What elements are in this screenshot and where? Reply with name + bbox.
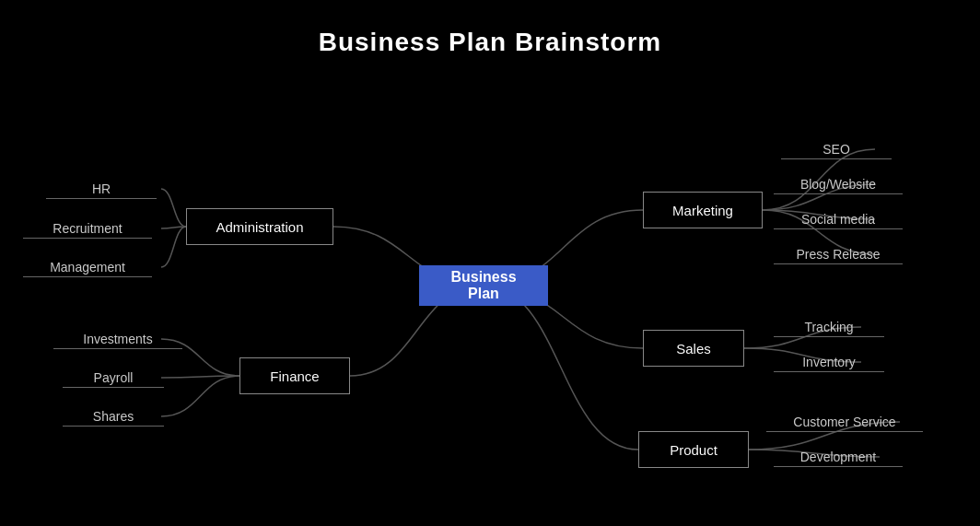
- page-title: Business Plan Brainstorm: [0, 28, 980, 57]
- leaf-recruitment: Recruitment: [23, 219, 152, 239]
- marketing-node[interactable]: Marketing: [643, 192, 763, 228]
- leaf-inventory: Inventory: [774, 353, 884, 372]
- product-node[interactable]: Product: [638, 431, 749, 468]
- center-node[interactable]: Business Plan: [419, 265, 548, 306]
- leaf-development: Development: [774, 448, 903, 467]
- leaf-hr: HR: [46, 180, 157, 199]
- leaf-shares: Shares: [63, 407, 164, 427]
- leaf-investments: Investments: [53, 330, 182, 349]
- leaf-social-media: Social media: [774, 210, 903, 229]
- sales-node[interactable]: Sales: [643, 330, 744, 367]
- leaf-blog: Blog/Website: [774, 175, 903, 194]
- leaf-seo: SEO: [781, 140, 892, 159]
- administration-node[interactable]: Administration: [186, 208, 333, 245]
- leaf-press-release: Press Release: [774, 245, 903, 264]
- leaf-management: Management: [23, 258, 152, 277]
- leaf-tracking: Tracking: [774, 318, 884, 337]
- leaf-customer-service: Customer Service: [766, 413, 923, 432]
- finance-node[interactable]: Finance: [239, 357, 350, 394]
- leaf-payroll: Payroll: [63, 368, 164, 388]
